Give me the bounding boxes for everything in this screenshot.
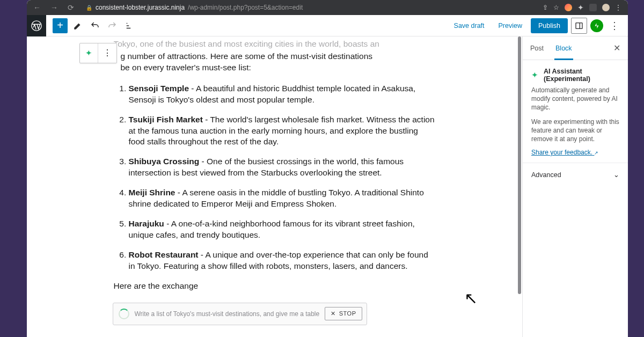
destination-desc: - A one-of-a-kind neighborhood famous fo… xyxy=(129,219,415,239)
star-icon[interactable]: ☆ xyxy=(553,4,559,11)
svg-point-0 xyxy=(32,20,41,30)
kebab-icon[interactable]: ⋮ xyxy=(615,4,621,11)
jetpack-icon[interactable] xyxy=(590,19,603,32)
block-toolbar: ✦ ⋮ xyxy=(79,43,117,63)
publish-button[interactable]: Publish xyxy=(531,18,568,33)
paragraph-text[interactable]: Tokyo, one of the busiest and most excit… xyxy=(114,39,436,50)
destination-title: Tsukiji Fish Market xyxy=(129,115,203,124)
destination-title: Sensoji Temple xyxy=(129,84,189,93)
close-icon[interactable]: ✕ xyxy=(613,43,620,53)
close-icon: ✕ xyxy=(331,310,336,318)
options-kebab-icon[interactable]: ⋮ xyxy=(606,20,623,32)
url-input[interactable]: 🔒 consistent-lobster.jurassic.ninja/wp-a… xyxy=(82,4,537,11)
settings-sidebar: Post Block ✕ ✦ AI Assistant (Experimenta… xyxy=(522,36,628,337)
block-more-icon[interactable]: ⋮ xyxy=(98,43,116,63)
preview-button[interactable]: Preview xyxy=(493,19,528,33)
save-draft-button[interactable]: Save draft xyxy=(449,19,490,33)
ai-prompt-text: Write a list of Tokyo's must-visit desti… xyxy=(135,310,320,318)
list-item[interactable]: Robot Restaurant - A unique and over-the… xyxy=(129,250,436,272)
panel-note: We are experimenting with this feature a… xyxy=(531,118,619,144)
back-icon[interactable]: ← xyxy=(31,3,43,12)
undo-icon[interactable] xyxy=(88,19,102,33)
destination-list[interactable]: Sensoji Temple - A beautiful and histori… xyxy=(114,83,436,272)
list-item[interactable]: Harajuku - A one-of-a-kind neighborhood … xyxy=(129,218,436,241)
panel-title: AI Assistant (Experimental) xyxy=(544,68,619,83)
destination-title: Shibuya Crossing xyxy=(129,157,200,166)
extension-icon[interactable] xyxy=(565,4,572,11)
external-link-icon: ↗ xyxy=(594,150,598,156)
list-item[interactable]: Meiji Shrine - A serene oasis in the mid… xyxy=(129,187,436,210)
spinner-icon xyxy=(119,309,129,319)
editor-canvas[interactable]: Tokyo, one of the busiest and most excit… xyxy=(27,36,522,337)
tab-block[interactable]: Block xyxy=(555,45,572,52)
lock-icon: 🔒 xyxy=(86,5,92,11)
add-block-button[interactable]: + xyxy=(53,18,68,33)
share-icon[interactable]: ⇪ xyxy=(543,4,548,11)
paragraph-text[interactable]: Here are the exchange xyxy=(114,281,436,292)
wordpress-logo-icon[interactable] xyxy=(27,15,46,36)
scrollbar[interactable] xyxy=(518,36,521,294)
stop-label: STOP xyxy=(339,310,356,318)
profile-avatar[interactable] xyxy=(602,4,610,11)
settings-sidebar-toggle[interactable] xyxy=(571,18,587,34)
url-path: /wp-admin/post.php?post=5&action=edit xyxy=(188,4,303,11)
chevron-down-icon: ⌄ xyxy=(613,171,619,179)
ai-block-icon[interactable]: ✦ xyxy=(80,43,98,63)
list-item[interactable]: Shibuya Crossing - One of the busiest cr… xyxy=(129,156,436,179)
extension-icon[interactable] xyxy=(589,4,597,11)
browser-address-bar: ← → ⟳ 🔒 consistent-lobster.jurassic.ninj… xyxy=(27,0,628,15)
puzzle-icon[interactable]: ✦ xyxy=(577,3,584,12)
svg-rect-1 xyxy=(576,23,582,28)
feedback-link[interactable]: Share your feedback. ↗ xyxy=(531,149,598,156)
url-host: consistent-lobster.jurassic.ninja xyxy=(96,4,185,11)
list-item[interactable]: Tsukiji Fish Market - The world's larges… xyxy=(129,114,436,148)
destination-title: Robot Restaurant xyxy=(129,250,199,259)
reload-icon[interactable]: ⟳ xyxy=(65,3,76,12)
forward-icon[interactable]: → xyxy=(48,3,60,12)
destination-title: Harajuku xyxy=(129,219,164,228)
editor-top-toolbar: + Save draft Preview Publish ⋮ xyxy=(27,15,628,36)
edit-icon[interactable] xyxy=(71,19,85,33)
paragraph-text[interactable]: be on every traveler's must-see list: xyxy=(121,62,436,74)
list-item[interactable]: Sensoji Temple - A beautiful and histori… xyxy=(129,83,436,106)
advanced-label: Advanced xyxy=(531,171,561,179)
browser-window: ← → ⟳ 🔒 consistent-lobster.jurassic.ninj… xyxy=(27,0,628,337)
destination-title: Meiji Shrine xyxy=(129,188,175,197)
ai-assistant-input[interactable]: Write a list of Tokyo's must-visit desti… xyxy=(113,303,367,325)
panel-description: Automatically generate and modify conten… xyxy=(531,86,619,112)
list-view-icon[interactable] xyxy=(122,19,136,33)
stop-button[interactable]: ✕ STOP xyxy=(325,307,362,320)
ai-icon: ✦ xyxy=(531,70,538,80)
paragraph-text[interactable]: g number of attractions. Here are some o… xyxy=(121,51,436,62)
advanced-panel-toggle[interactable]: Advanced ⌄ xyxy=(523,163,628,186)
tab-post[interactable]: Post xyxy=(530,45,544,52)
extension-tray: ⇪ ☆ ✦ ⋮ xyxy=(543,3,624,12)
redo-icon[interactable] xyxy=(105,19,119,33)
